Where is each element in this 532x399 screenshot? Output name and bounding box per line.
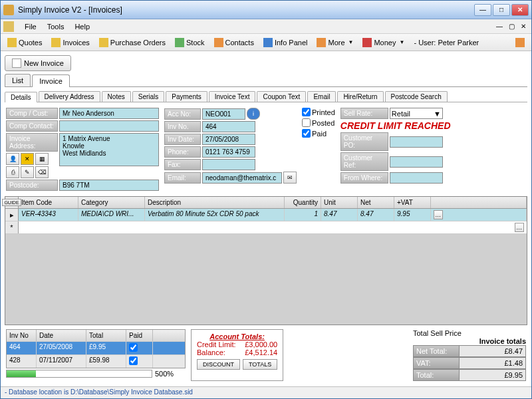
phone-label: Phone: [164,146,201,158]
content-area: New Invoice List Invoice Details Deliver… [1,51,531,386]
posted-label: Posted [312,119,334,127]
contacts-button[interactable]: Contacts [210,37,258,49]
hist-paid-checkbox[interactable] [129,343,138,352]
sell-rate-select[interactable]: Retail▼ [390,108,443,119]
inv-no-input[interactable]: 464 [202,121,255,132]
gear-icon [515,38,525,47]
stock-button[interactable]: Stock [171,37,209,49]
col-vat[interactable]: +VAT [394,197,431,208]
hist-col-invno[interactable]: Inv No [7,330,37,341]
subtab-coupon-text[interactable]: Coupon Text [257,91,306,102]
addr-btn-2[interactable]: ✕ [21,153,34,165]
row-expand-button[interactable]: … [515,223,524,232]
grid-row[interactable]: ▸ VER-43343 MEDIA\CD WRI... Verbatim 80 … [5,209,527,221]
mdi-close-button[interactable]: ✕ [518,22,529,31]
new-icon [12,59,21,68]
comp-contact-input[interactable] [59,120,159,132]
more-button[interactable]: More▼ [313,37,357,49]
mdi-restore-button[interactable]: ▢ [506,22,517,31]
col-item-code[interactable]: Item Code [19,197,78,208]
postcode-input[interactable]: B96 7TM [59,180,159,191]
maximize-button[interactable]: □ [493,4,510,16]
addr-btn-6[interactable]: ⌫ [35,166,49,178]
subtab-hire-return[interactable]: Hire/Return [337,91,383,102]
subtab-notes[interactable]: Notes [102,91,131,102]
subtab-invoice-text[interactable]: Invoice Text [209,91,256,102]
totals-button[interactable]: TOTALS [243,359,277,370]
invoice-address-input[interactable]: 1 Matrix Avenue Knowle West Midlands [59,133,159,166]
addr-btn-1[interactable]: 👤 [6,153,19,165]
customer-po-input[interactable] [390,136,443,148]
col-quantity[interactable]: Quantity [285,197,321,208]
quotes-icon [7,38,17,47]
hist-col-paid[interactable]: Paid [126,330,153,341]
printed-checkbox[interactable] [302,108,311,116]
invoices-button[interactable]: Invoices [47,37,93,49]
user-label: - User: Peter Parker [410,37,483,48]
purchase-orders-button[interactable]: Purchase Orders [95,37,170,49]
col-category[interactable]: Category [78,197,145,208]
phone-input[interactable]: 0121 763 4759 [202,146,255,158]
row-expand-button[interactable]: … [434,210,443,219]
col-unit[interactable]: Unit [321,197,358,208]
col-description[interactable]: Description [145,197,285,208]
quotes-button[interactable]: Quotes [3,37,46,49]
statusbar: - Database location is D:\Database\Simpl… [1,386,531,398]
main-tabs: List Invoice [5,74,527,87]
tab-invoice[interactable]: Invoice [32,74,70,87]
discount-button[interactable]: DISCOUNT [197,359,240,370]
fax-input[interactable] [202,159,255,170]
new-invoice-button[interactable]: New Invoice [5,55,71,71]
info-icon[interactable]: i [247,108,260,120]
subtab-postcode-search[interactable]: Postcode Search [385,91,448,102]
hist-paid-checkbox[interactable] [129,356,138,365]
toolbar-extra-button[interactable] [511,37,529,49]
invoice-history-list: Inv No Date Total Paid 464 27/05/2008 £9… [6,329,186,368]
account-totals-panel: Account Totals: Credit Limit:£3,000.00 B… [191,329,283,381]
close-button[interactable]: ✕ [511,4,529,16]
paid-checkbox[interactable] [302,129,311,138]
posted-checkbox[interactable] [302,118,311,127]
money-button[interactable]: Money▼ [358,37,408,49]
printed-label: Printed [312,108,335,116]
subtab-payments[interactable]: Payments [166,91,207,102]
vat-label: VAT: [413,357,460,369]
tab-list[interactable]: List [5,74,31,86]
menu-tools[interactable]: Tools [42,21,70,32]
from-where-input[interactable] [390,172,443,184]
fax-label: Fax: [164,159,201,170]
subtab-serials[interactable]: Serials [132,91,165,102]
hist-row[interactable]: 464 27/05/2008 £9.95 [7,341,185,354]
customer-ref-input[interactable] [390,156,443,168]
acc-no-label: Acc No: [164,108,201,120]
menu-file[interactable]: File [19,21,42,32]
progress-bar [6,370,152,378]
addr-btn-4[interactable]: ⎙ [6,166,19,178]
subtab-email[interactable]: Email [307,91,336,102]
subtab-delivery[interactable]: Delivery Address [39,91,100,102]
email-input[interactable]: neodaman@thematrix.c [202,172,282,184]
purchase-orders-icon [99,38,108,47]
menu-help[interactable]: Help [69,21,95,32]
mdi-minimize-button[interactable]: — [494,22,505,31]
details-panel: Comp / Cust:Mr Neo Anderson Comp Contact… [5,105,527,194]
email-button[interactable]: ✉ [283,172,297,184]
hist-col-date[interactable]: Date [37,330,86,341]
addr-btn-5[interactable]: ✎ [21,166,34,178]
postcode-label: Postcode: [6,180,58,191]
col-net[interactable]: Net [358,197,394,208]
titlebar: Simply Invoice V2 - [Invoices] — □ ✕ [1,1,531,19]
grid-new-row[interactable]: * … [5,221,527,234]
info-icon [263,38,273,47]
info-panel-button[interactable]: Info Panel [259,37,312,49]
totals-heading: Total Sell Price [413,329,526,337]
inv-date-input[interactable]: 27/05/2008 [202,134,255,145]
subtab-details[interactable]: Details [5,92,37,102]
account-totals-title: Account Totals: [197,332,277,340]
hist-row[interactable]: 428 07/11/2007 £59.98 [7,354,185,368]
addr-btn-3[interactable]: ▦ [35,153,49,165]
comp-cust-input[interactable]: Mr Neo Anderson [59,108,159,119]
hist-col-total[interactable]: Total [86,330,126,341]
minimize-button[interactable]: — [474,4,491,16]
acc-no-input[interactable]: NEO001 [202,108,245,120]
